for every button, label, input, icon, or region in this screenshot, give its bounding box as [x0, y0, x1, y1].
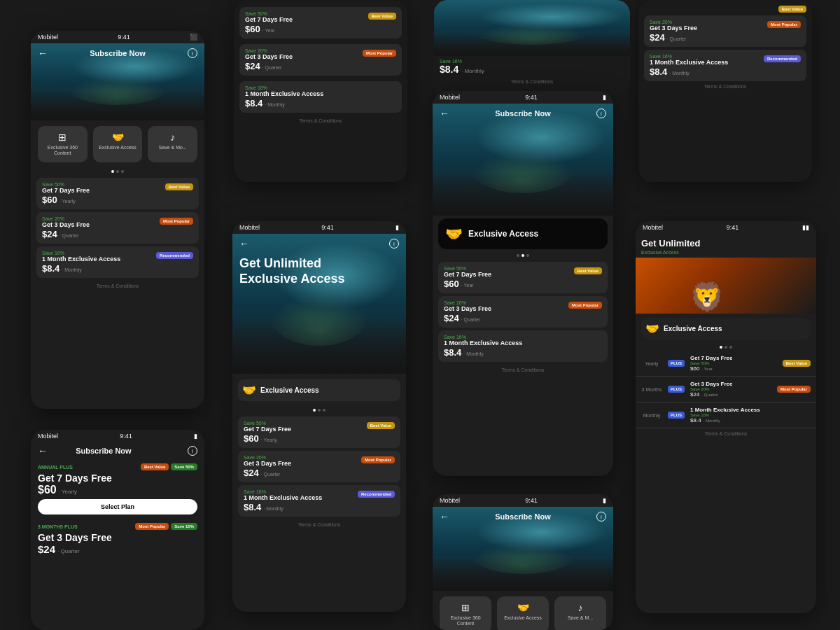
- info-button-4[interactable]: i: [596, 108, 606, 118]
- feature-access-1: 🤝 Exclusive Access: [93, 126, 143, 162]
- plan-item-2-tr[interactable]: Save 16% 1 Month Exclusive Access $8.4 ·…: [644, 50, 806, 81]
- badge-popular-2-5: Most Popular: [361, 456, 395, 463]
- dot-3-5: [323, 409, 326, 412]
- battery-5: ▮: [396, 224, 399, 231]
- screen-title-1: Subscribe Now: [90, 49, 145, 57]
- content-label-1: Exclusive 360 Content: [43, 145, 82, 157]
- plan-item-1-tr[interactable]: Save 20% Get 3 Days Free $24 · Quarter M…: [644, 15, 806, 47]
- plan-item-2-1[interactable]: Save 20% Get 3 Days Free $24 · Quarter M…: [36, 212, 199, 244]
- plan-item-2-2[interactable]: Save 20% Get 3 Days Free $24 · Quarter M…: [239, 44, 402, 76]
- dot-active-5: [313, 409, 316, 412]
- price-amount-1-tr: $24: [650, 32, 665, 43]
- plan-price-2-5: $24 · Quarter: [244, 468, 395, 478]
- info-button-7[interactable]: i: [596, 512, 606, 522]
- back-button-4[interactable]: ←: [440, 108, 449, 119]
- plan-title-3-4: 1 Month Exclusive Access: [444, 340, 602, 346]
- price-amount-1-2: $60: [245, 24, 260, 34]
- period-yearly-8: Yearly: [641, 361, 662, 366]
- plus-badge-yearly-8: PLUS: [668, 360, 685, 367]
- annual-section-6: ANNUAL PLUS Best Value Save 50% Get 7 Da…: [31, 459, 204, 522]
- plan-item-2-4[interactable]: Save 20% Get 3 Days Free $24 · Quarter M…: [438, 296, 608, 328]
- price-period-2-4: · Quarter: [461, 317, 481, 322]
- price-amount-1-5: $60: [244, 433, 259, 444]
- plan-item-1-2[interactable]: Save 50% Get 7 Days Free $60 · Year Best…: [239, 7, 402, 38]
- list-plan-yearly-8[interactable]: Yearly PLUS Get 7 Days Free Save 50% $60…: [636, 351, 816, 377]
- plan-item-2-5[interactable]: Save 20% Get 3 Days Free $24 · Quarter M…: [238, 451, 400, 482]
- back-button-7[interactable]: ←: [440, 511, 449, 522]
- unlimited-title-5: Get UnlimitedExclusive Access: [232, 253, 406, 292]
- screen-subscribe-small: Mobitel 9:41 ⬛ ← Subscribe Now i ⊞ Exclu…: [31, 31, 204, 409]
- plan-price-2-1: $24 · Quarter: [42, 229, 193, 239]
- plan-price-3-5: $8.4 · Monthly: [244, 502, 395, 512]
- back-button-5[interactable]: ←: [239, 238, 249, 249]
- info-button-1[interactable]: i: [188, 48, 197, 58]
- plan-price-3-2: $8.4 · Monthly: [245, 98, 396, 108]
- plan-item-3-1[interactable]: Save 16% 1 Month Exclusive Access $8.4 ·…: [36, 246, 199, 278]
- screen-unlimited: Mobitel 9:41 ▮ ← i Get UnlimitedExclusiv…: [232, 221, 406, 612]
- plan-info-monthly-8: 1 Month Exclusive Access Save 16% $8.4 ·…: [690, 407, 811, 424]
- terms-1[interactable]: Terms & Conditions: [31, 281, 204, 291]
- plan-price-1-tr: $24 · Quarter: [650, 32, 801, 43]
- plan-item-3-2[interactable]: Save 16% 1 Month Exclusive Access $8.4 ·…: [239, 81, 402, 113]
- dot-1-4: [517, 254, 519, 257]
- monthly-badges-6: Most Popular Save 10%: [135, 523, 197, 530]
- monthly-price-6: $24 · Quarter: [38, 543, 197, 555]
- info-button-5[interactable]: i: [389, 239, 399, 248]
- back-button-1[interactable]: ←: [38, 48, 48, 59]
- annual-price-6: $60 · Yearly: [38, 484, 197, 496]
- badge-best-1-5: Best Value: [367, 422, 395, 429]
- price-quarter-8: $24: [690, 391, 699, 398]
- price-amount-2-1: $24: [42, 229, 57, 239]
- dots-5: [232, 407, 406, 414]
- dot-1-8: [720, 346, 722, 349]
- terms-tr[interactable]: Terms & Conditions: [644, 81, 806, 92]
- monthly-tag-6: 3 MONTHS PLUS: [38, 524, 78, 529]
- plus-badge-monthly-8: PLUS: [668, 412, 685, 419]
- list-plan-quarter-8[interactable]: 3 Months PLUS Get 3 Days Free Save 20% $…: [636, 377, 816, 402]
- screen-plans-center: Save 50% Get 7 Days Free $60 · Year Best…: [234, 0, 407, 182]
- back-6[interactable]: ←: [38, 445, 48, 456]
- annual-title-6: Get 7 Days Free: [38, 472, 197, 484]
- feature-360-1: ⊞ Exclusive 360 Content: [38, 126, 88, 162]
- price-period-2-2: · Quarter: [262, 65, 282, 70]
- content-icon-1: ⊞: [58, 132, 66, 143]
- plan-item-3-5[interactable]: Save 16% 1 Month Exclusive Access $8.4 ·…: [238, 485, 400, 517]
- dot-active-1: [111, 170, 114, 173]
- dots-1: [31, 168, 204, 175]
- terms-5[interactable]: Terms & Conditions: [232, 519, 406, 530]
- price-amount-2-4: $24: [444, 313, 459, 323]
- terms-4[interactable]: Terms & Conditions: [433, 365, 613, 375]
- plan-item-1-1[interactable]: Save 50% Get 7 Days Free $60 · Yearly Be…: [36, 178, 199, 209]
- price-amount-1-4: $60: [444, 279, 459, 289]
- info-6[interactable]: i: [188, 446, 197, 456]
- dot-2-8: [724, 346, 727, 349]
- plan-price-1-1: $60 · Yearly: [42, 195, 193, 205]
- time-7: 9:41: [525, 497, 538, 504]
- dots-8: [636, 344, 816, 351]
- price-period-3-2: · Monthly: [265, 102, 284, 107]
- terms-8[interactable]: Terms & Conditions: [636, 428, 816, 439]
- plan-save-3-4: Save 16%: [444, 335, 602, 340]
- content-label-7: Exclusive 360 Content: [445, 615, 486, 627]
- feature-save-1: ♪ Save & Mo...: [148, 126, 197, 162]
- plan-item-1-4[interactable]: Save 50% Get 7 Days Free $60 · Year Best…: [438, 262, 608, 293]
- plan-list-right-8: Yearly PLUS Get 7 Days Free Save 50% $60…: [636, 351, 816, 428]
- plan-item-3-4[interactable]: Save 16% 1 Month Exclusive Access $8.4 ·…: [438, 330, 608, 362]
- status-bar-5: Mobitel 9:41 ▮: [232, 221, 406, 234]
- time-6: 9:41: [120, 433, 132, 440]
- list-plan-monthly-8[interactable]: Monthly PLUS 1 Month Exclusive Access Sa…: [636, 402, 816, 428]
- monthly-header-6: 3 MONTHS PLUS Most Popular Save 10%: [38, 523, 197, 530]
- nav-bar-1: ← Subscribe Now i: [31, 43, 204, 63]
- price-period-1-5: · Yearly: [261, 438, 277, 442]
- period-monthly-8: Monthly: [641, 413, 662, 418]
- price-period-1-4: · Year: [461, 283, 474, 288]
- monthly-title-6: Get 3 Days Free: [38, 532, 197, 543]
- feature-access-7: 🤝 Exclusive Access: [497, 596, 549, 630]
- monthly-badge-save-6: Save 10%: [171, 523, 197, 530]
- select-plan-btn-6[interactable]: Select Plan: [38, 499, 197, 514]
- plan-item-1-5[interactable]: Save 50% Get 7 Days Free $60 · Yearly Be…: [238, 416, 400, 448]
- plan-list-4: Save 50% Get 7 Days Free $60 · Year Best…: [433, 259, 613, 365]
- terms-2[interactable]: Terms & Conditions: [239, 115, 402, 126]
- plan-price-1-4: $60 · Year: [444, 279, 602, 289]
- badge-popular-2-1: Most Popular: [160, 218, 193, 225]
